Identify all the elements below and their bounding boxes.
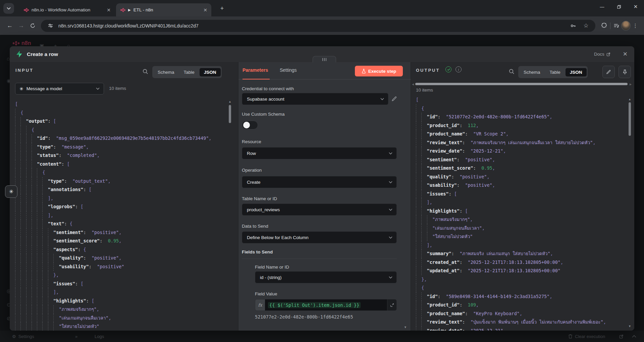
expand-expression-icon[interactable] [387,299,396,310]
forward-button[interactable]: → [15,20,27,32]
n8n-favicon-icon [23,7,29,13]
execute-step-button[interactable]: Execute step [355,66,403,76]
back-button[interactable]: ← [4,20,15,32]
input-tab-schema[interactable]: Schema [153,68,179,76]
data-to-send-select[interactable]: Define Below for Each Column [242,231,397,243]
parameters-form: Credential to connect with Supabase acco… [238,79,411,331]
n8n-favicon-icon [120,7,125,13]
docs-link[interactable]: Docs [594,52,610,57]
browser-tab-1[interactable]: n8n.io - Workflow Automation ✕ [19,3,115,16]
code-line: "quality": "positive", [416,173,625,181]
input-scrollbar-thumb[interactable] [229,105,231,123]
code-line: "id": "589e8498-3144-4144-b149-2c3ad31a5… [416,292,625,301]
credential-select[interactable]: Supabase account [242,93,388,105]
code-line: "เล่นเกมสนุกจนลืมเวลา", [15,314,225,323]
output-hscrollbar-thumb[interactable] [415,83,628,85]
custom-schema-label: Use Custom Schema [242,112,285,117]
code-line: "logprobs": [ [15,203,225,211]
input-panel-title: INPUT [15,68,34,73]
close-window-button[interactable]: ✕ [627,0,644,13]
input-json-code[interactable]: [{"output": [{"id": "msg_059ee9a8f662922… [15,100,225,331]
profile-avatar[interactable] [621,21,631,31]
output-scroll-up-icon[interactable]: ▲ [628,98,631,101]
extensions-icon[interactable] [599,21,609,31]
success-check-icon [445,66,451,72]
output-tab-json[interactable]: JSON [566,68,587,76]
tab-settings[interactable]: Settings [280,67,297,73]
output-json-code[interactable]: [{"id": "521077e2-2e0d-482e-800b-1fd6422… [416,96,625,331]
code-line: "usability": "positive" [15,263,225,271]
code-line: "sentiment": "positive", [15,228,225,237]
field-value-label: Field Value [255,291,277,296]
media-playlist-icon[interactable] [612,21,621,31]
resource-select[interactable]: Row [242,147,397,159]
parameters-tabs-row: Parameters Settings Execute step [238,62,411,79]
url-text[interactable]: n8n.srv1068143.hstgr.cloud/workflow/LzDW… [58,23,565,28]
openai-node-bubble[interactable]: ✳ [5,185,17,198]
external-link-icon [606,52,610,56]
code-line: "type": "output_text", [15,177,225,186]
tab-close-icon[interactable]: ✕ [203,7,207,13]
output-scrollbar-thumb[interactable] [629,102,631,136]
credential-value: Supabase account [247,97,284,102]
code-line: { [15,126,225,134]
tab-parameters[interactable]: Parameters [243,67,268,73]
code-line: "aspects": { [15,245,225,254]
bookmark-star-icon[interactable]: ☆ [581,21,591,31]
tab-close-icon[interactable]: ✕ [107,7,111,13]
custom-schema-toggle[interactable] [242,121,258,129]
code-line: "review_date": "2025-12-21", [416,147,625,156]
input-source-select[interactable]: ✳ Message a model [15,83,104,95]
info-icon[interactable]: i [455,66,462,72]
credential-edit-pencil-icon[interactable] [391,96,397,102]
tab-search-button[interactable] [3,3,14,14]
address-bar[interactable]: n8n.srv1068143.hstgr.cloud/workflow/LzDW… [41,20,595,32]
code-line: "review_text": "ปุ่มแข็งมาก พิมพ์นานๆ เม… [416,318,625,327]
data-to-send-value: Define Below for Each Column [247,235,309,240]
output-tab-table[interactable]: Table [545,68,565,76]
minimize-button[interactable]: — [594,0,610,13]
window-controls: — ✕ [594,0,644,13]
new-tab-button[interactable]: + [218,4,226,12]
browser-tab-2-active[interactable]: ▶ ETL - n8n ✕ [116,3,211,16]
maximize-button[interactable] [610,0,627,13]
screen: n8n.io - Workflow Automation ✕ ▶ ETL - n… [0,0,644,342]
hscroll-right-icon[interactable]: ▶ [630,83,632,86]
output-panel-title: OUTPUT [416,68,440,73]
pin-data-button[interactable] [619,66,631,78]
panel-drag-handle[interactable] [313,56,336,62]
code-line: "ภาพสมจริงมากๆ", [416,215,625,224]
code-line: "เล่นเกมสนุกจนลืมเวลา", [416,224,625,233]
reload-button[interactable] [27,20,38,32]
input-scroll-up-icon[interactable]: ▲ [228,100,231,103]
input-tab-table[interactable]: Table [179,68,199,76]
site-info-icon[interactable] [46,21,55,31]
code-line: "highlights": [ [15,297,225,305]
code-line: "usability": "positive", [416,181,625,190]
code-line: "status": "completed", [15,151,225,160]
operation-select[interactable]: Create [242,176,397,188]
params-scroll-down-icon[interactable]: ▼ [404,326,407,329]
code-line: "output": [ [15,117,225,126]
field-name-select[interactable]: id - (string) [255,271,397,283]
code-line: "issues": [ [15,280,225,288]
browser-menu-icon[interactable]: ⋮ [631,21,640,31]
close-modal-icon[interactable]: ✕ [623,51,628,58]
input-panel: INPUT Schema Table JSON ✳ Message a mode… [10,62,238,331]
expression-text[interactable]: {{ $('Split Out').item.json.id }} [268,302,361,308]
fields-divider [242,259,397,259]
output-scroll-down-icon[interactable]: ▼ [628,325,631,328]
execute-step-label: Execute step [368,69,396,74]
browser-tabstrip: n8n.io - Workflow Automation ✕ ▶ ETL - n… [0,0,644,16]
edit-output-pencil-button[interactable] [602,66,615,78]
input-source-value: Message a model [26,86,62,91]
input-tab-json[interactable]: JSON [200,68,221,76]
table-name-select[interactable]: product_reviews [242,204,397,216]
input-search-icon[interactable] [143,69,148,74]
password-key-icon[interactable] [569,21,578,31]
output-tab-schema[interactable]: Schema [519,68,545,76]
hscroll-left-icon[interactable]: ◀ [412,83,414,86]
output-search-icon[interactable] [509,69,515,74]
tab-title: n8n.io - Workflow Automation [32,7,104,12]
field-value-expression-input[interactable]: fx {{ $('Split Out').item.json.id }} [255,299,397,311]
